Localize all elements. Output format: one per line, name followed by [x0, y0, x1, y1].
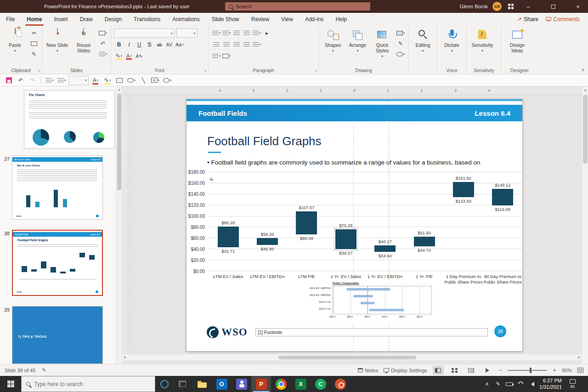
thumbnail-slide-38-selected[interactable]: Football FieldsLesson 6.4 Football Field… [12, 230, 103, 296]
thumbnail-slide-36[interactable]: Pie Charts [24, 90, 115, 149]
display-settings-button[interactable]: Display Settings [384, 368, 427, 373]
thumbnail-scrollbar[interactable]: ▴ [116, 86, 122, 364]
highlight-color-button[interactable]: ✎▾ [114, 51, 124, 61]
horizontal-scrollbar[interactable]: ◂ ▸ [122, 354, 582, 360]
scroll-right-icon[interactable]: ▸ [578, 355, 580, 359]
pen-icon[interactable]: ✎ [495, 381, 501, 387]
public-comparables-image[interactable]: Public Comparables 2012 EV / EBITDA:2013… [301, 281, 437, 323]
clipboard-dialog-launcher[interactable]: ↘ [37, 68, 40, 73]
italic-button[interactable]: I [124, 40, 134, 49]
paragraph-dialog-launcher[interactable]: ↘ [314, 68, 317, 73]
layout-button[interactable]: ▾ [98, 28, 108, 38]
close-button[interactable]: × [568, 0, 588, 13]
align-text-button[interactable]: ▾ [211, 51, 221, 61]
scroll-up-icon[interactable]: ▴ [582, 87, 588, 92]
task-view-button[interactable] [174, 376, 192, 392]
tab-insert[interactable]: Insert [48, 13, 74, 26]
range-bar[interactable] [453, 182, 474, 197]
sensitivity-button[interactable]: Sensitivity▾ [469, 28, 495, 53]
increase-indent-button[interactable] [242, 28, 252, 38]
underline-button[interactable]: U [134, 40, 144, 49]
redo-button[interactable]: ↷ [28, 75, 38, 85]
tab-slide-show[interactable]: Slide Show [206, 13, 245, 26]
tab-draw[interactable]: Draw [74, 13, 99, 26]
scrollbar-thumb[interactable] [117, 94, 121, 190]
scroll-left-icon[interactable]: ◂ [124, 355, 126, 359]
tab-help[interactable]: Help [330, 13, 353, 26]
line-spacing-button[interactable]: ▾ [252, 28, 262, 38]
teams-taskbar-button[interactable] [232, 376, 251, 392]
convert-smartart-button[interactable]: ▾ [221, 51, 232, 61]
strikethrough-button[interactable]: ab [154, 40, 164, 49]
cut-button[interactable]: ✂ [29, 28, 39, 38]
taskbar-clock[interactable]: 6:27 PM 1/31/2021 [539, 378, 562, 391]
camtasia-taskbar-button[interactable] [311, 376, 330, 392]
shape-fill-button[interactable]: ▾ [396, 28, 406, 38]
font-size-combo[interactable]: ▾ [176, 28, 198, 38]
shapes-tool-button[interactable]: ▾ [126, 75, 136, 85]
bullets-button[interactable]: ▾ [211, 28, 221, 38]
tab-animations[interactable]: Animations [166, 13, 205, 26]
align-center-button[interactable] [221, 40, 232, 49]
thumbnail-slide-39[interactable]: 7) TIPS & TRICKS [12, 306, 103, 364]
text-shadow-button[interactable]: S [144, 40, 154, 49]
taskbar-search-input[interactable] [34, 381, 140, 387]
wifi-icon[interactable] [517, 381, 524, 386]
range-bar[interactable] [296, 211, 317, 234]
user-name[interactable]: Glenn Borok [460, 4, 488, 9]
save-button[interactable] [4, 75, 14, 85]
range-bar[interactable] [374, 245, 396, 252]
thumbnail-slide-37[interactable]: Bar & Line ChartsLesson 6.3 Bar & Line C… [12, 155, 103, 220]
format-painter-button[interactable]: ✎ [29, 50, 39, 59]
shapes-button[interactable]: Shapes▾ [322, 28, 345, 53]
arrange-button[interactable]: Arrange▾ [346, 28, 369, 53]
titlebar-search[interactable]: Search [225, 2, 370, 11]
reuse-slides-button[interactable]: Reuse Slides [72, 28, 96, 53]
ribbon-display-options-icon[interactable] [508, 4, 514, 9]
slide-counter[interactable]: Slide 38 of 45 [5, 368, 35, 373]
font-name-combo[interactable]: ▾ [114, 28, 175, 38]
text-direction-button[interactable]: ▸ [262, 28, 272, 38]
numbering-button[interactable]: ▾ [221, 28, 232, 38]
paste-button[interactable]: Paste▾ [3, 28, 27, 53]
shape-outline-button[interactable]: ✎ [396, 39, 406, 48]
reset-button[interactable]: ↶ [98, 39, 108, 48]
highlight-quick-button[interactable]: ✎▾ [102, 75, 113, 85]
horizontal-ruler[interactable]: 432101234 [122, 87, 582, 95]
font-color-button[interactable]: A▾ [124, 51, 134, 61]
slide-sorter-view-button[interactable] [449, 366, 460, 375]
new-slide-button[interactable]: New Slide▾ [45, 28, 70, 53]
footnote-text-box[interactable]: [1] Footnote [255, 328, 488, 336]
quick-styles-button[interactable]: Quick Styles▾ [371, 28, 394, 58]
range-bar[interactable] [257, 238, 278, 245]
tab-design[interactable]: Design [99, 13, 128, 26]
justify-button[interactable] [242, 40, 252, 49]
slide-header[interactable]: Football Fields Lesson 6.4 [187, 105, 522, 121]
change-case-button[interactable]: Aa▾ [175, 40, 185, 49]
notes-button[interactable]: Notes [358, 368, 378, 373]
taskbar-search[interactable] [21, 376, 155, 392]
tab-view[interactable]: View [275, 13, 299, 26]
tab-add-ins[interactable]: Add-ins [299, 13, 330, 26]
restore-button[interactable] [543, 0, 563, 13]
battery-icon[interactable] [506, 382, 513, 386]
vertical-scrollbar[interactable]: ▴ [582, 86, 588, 364]
tab-home[interactable]: Home [21, 13, 48, 26]
slide-canvas[interactable]: Football Fields Lesson 6.4 Football Fiel… [186, 99, 523, 352]
avatar[interactable]: GB [492, 2, 502, 11]
action-center-button[interactable]: 42 [566, 376, 578, 392]
recorder-taskbar-button[interactable] [330, 376, 350, 392]
align-left-button[interactable] [211, 40, 221, 49]
editing-button[interactable]: Editing▾ [412, 28, 434, 53]
range-bar[interactable] [335, 229, 356, 249]
tab-transitions[interactable]: Transitions [128, 13, 166, 26]
numbering-quick-button[interactable]: ▾ [57, 75, 67, 85]
slide-bullet-text[interactable]: Football field graphs are commonly used … [207, 159, 506, 166]
cortana-button[interactable] [155, 376, 174, 392]
range-bar[interactable] [414, 237, 435, 246]
design-ideas-button[interactable]: Design Ideas [504, 28, 530, 53]
minimize-button[interactable]: – [518, 0, 538, 13]
tab-review[interactable]: Review [245, 13, 275, 26]
reading-view-button[interactable] [466, 366, 477, 375]
font-dialog-launcher[interactable]: ↘ [204, 68, 207, 73]
